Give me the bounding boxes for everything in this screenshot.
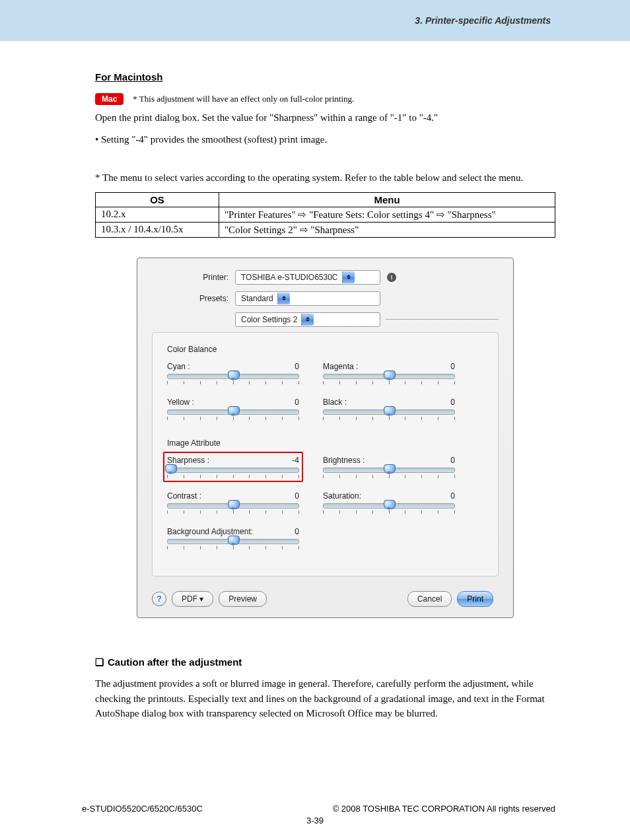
label-contrast: Contrast : (167, 491, 201, 501)
th-menu: Menu (219, 192, 555, 207)
os-menu-table: OS Menu 10.2.x "Printer Features" ⇨ "Fea… (95, 192, 555, 238)
th-os: OS (96, 192, 219, 207)
label-sharpness: Sharpness : (167, 456, 209, 465)
td-os-1: 10.2.x (96, 207, 219, 222)
slider-black[interactable]: Black :0 (323, 398, 455, 420)
info-icon[interactable]: ! (387, 273, 396, 282)
cancel-button[interactable]: Cancel (407, 591, 452, 607)
mac-badge: Mac (95, 93, 123, 105)
value-brightness: 0 (450, 456, 455, 465)
help-button[interactable]: ? (152, 592, 166, 606)
preview-button[interactable]: Preview (219, 591, 267, 607)
value-yellow: 0 (295, 398, 299, 407)
instruction-line1: Open the print dialog box. Set the value… (95, 110, 555, 125)
printer-select[interactable]: TOSHIBA e-STUDIO6530C (235, 270, 380, 285)
value-contrast: 0 (295, 491, 299, 501)
presets-select[interactable]: Standard (235, 291, 380, 306)
slider-contrast[interactable]: Contrast :0 (167, 491, 299, 514)
slider-sharpness[interactable]: Sharpness :-4 (167, 456, 299, 478)
divider (386, 319, 499, 320)
footer-model: e-STUDIO5520C/6520C/6530C (82, 804, 203, 814)
printer-value: TOSHIBA e-STUDIO6530C (241, 273, 338, 282)
print-button[interactable]: Print (457, 591, 493, 607)
slider-brightness[interactable]: Brightness :0 (323, 456, 455, 478)
instruction-line2: • Setting "-4" provides the smoothest (s… (95, 132, 555, 147)
slider-yellow[interactable]: Yellow :0 (167, 398, 299, 420)
value-black: 0 (450, 398, 455, 407)
pane-value: Color Settings 2 (241, 315, 297, 324)
label-saturation: Saturation: (323, 491, 361, 501)
label-yellow: Yellow : (167, 398, 194, 407)
pane-select[interactable]: Color Settings 2 (235, 312, 380, 327)
caution-text: The adjustment provides a soft or blurre… (95, 676, 555, 721)
heading-macintosh: For Macintosh (95, 71, 555, 83)
badge-note: * This adjustment will have an effect on… (133, 94, 354, 104)
table-intro: * The menu to select varies according to… (95, 170, 555, 186)
value-sharpness: -4 (292, 456, 299, 465)
value-saturation: 0 (450, 491, 455, 501)
presets-value: Standard (241, 294, 273, 303)
slider-cyan[interactable]: Cyan :0 (167, 362, 299, 384)
label-black: Black : (323, 398, 347, 407)
td-menu-1: "Printer Features" ⇨ "Feature Sets: Colo… (219, 207, 555, 222)
caution-heading: ❏Caution after the adjustment (95, 655, 555, 670)
td-menu-2: "Color Settings 2" ⇨ "Sharpness" (219, 222, 555, 237)
label-brightness: Brightness : (323, 456, 365, 465)
slider-background-adjustment[interactable]: Background Adjustment:0 (167, 527, 299, 549)
label-printer: Printer: (152, 273, 235, 282)
label-magenta: Magenta : (323, 362, 358, 371)
value-bgadj: 0 (295, 527, 299, 536)
td-os-2: 10.3.x / 10.4.x/10.5x (96, 222, 219, 237)
updown-icon (277, 293, 290, 304)
value-magenta: 0 (450, 362, 455, 371)
label-presets: Presets: (152, 294, 235, 303)
settings-panel: Color Balance Cyan :0 Magenta :0 (152, 332, 499, 577)
page-header: 3. Printer-specific Adjustments (0, 0, 630, 41)
section-image-attribute: Image Attribute (167, 438, 483, 448)
footer-copyright: © 2008 TOSHIBA TEC CORPORATION All right… (333, 804, 555, 814)
slider-saturation[interactable]: Saturation:0 (323, 491, 455, 514)
label-bgadj: Background Adjustment: (167, 527, 253, 536)
label-cyan: Cyan : (167, 362, 190, 371)
slider-magenta[interactable]: Magenta :0 (323, 362, 455, 384)
value-cyan: 0 (295, 362, 299, 371)
print-dialog: Printer: TOSHIBA e-STUDIO6530C ! Presets… (137, 258, 514, 618)
pdf-button[interactable]: PDF ▾ (172, 591, 213, 607)
updown-icon (342, 271, 355, 283)
page-number: 3-39 (0, 816, 630, 825)
section-color-balance: Color Balance (167, 345, 483, 354)
updown-icon (301, 314, 314, 326)
